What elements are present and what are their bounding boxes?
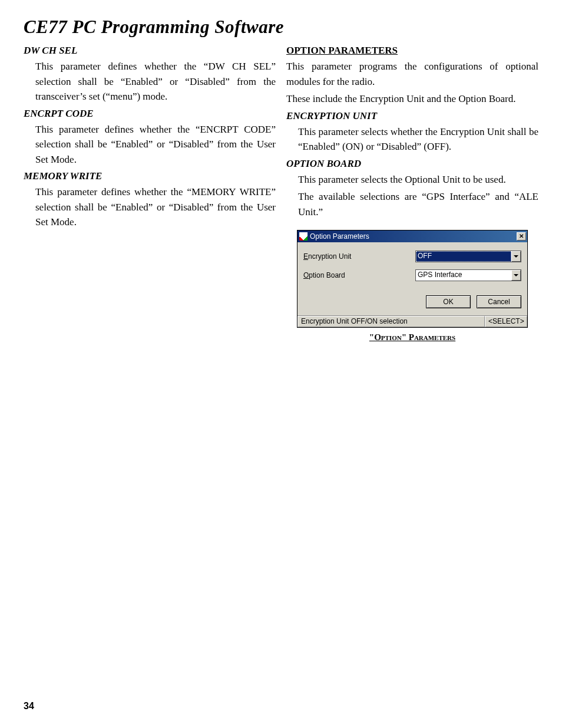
dialog-screenshot: Option Parameters ✕ Encryption Unit OFF … bbox=[297, 230, 528, 342]
figure-caption: "Option" Parameters bbox=[297, 332, 528, 342]
window-icon bbox=[299, 232, 308, 241]
dialog-button-row: OK Cancel bbox=[297, 292, 527, 315]
body-encrpt-code: This parameter defines whether the “ENCR… bbox=[24, 122, 276, 167]
row-option-board: Option Board GPS Interface bbox=[303, 269, 521, 281]
row-encryption-unit: Encryption Unit OFF bbox=[303, 251, 521, 262]
cancel-button[interactable]: Cancel bbox=[477, 295, 521, 308]
ok-button[interactable]: OK bbox=[426, 295, 471, 308]
page-title: CE77 PC Programming Software bbox=[0, 0, 562, 41]
body-option-intro1: This parameter programs the configuratio… bbox=[286, 59, 538, 89]
combo-option-board-value: GPS Interface bbox=[416, 270, 511, 281]
left-column: DW CH SEL This parameter defines whether… bbox=[24, 41, 276, 346]
body-option-intro2: These include the Encryption Unit and th… bbox=[286, 91, 538, 107]
heading-memory-write: MEMORY WRITE bbox=[24, 170, 276, 182]
heading-option-parameters: OPTION PARAMETERS bbox=[286, 45, 538, 57]
dialog-title-text: Option Parameters bbox=[310, 232, 517, 241]
dialog-body: Encryption Unit OFF Option Board GPS Int… bbox=[297, 242, 527, 292]
heading-dw-ch-sel: DW CH SEL bbox=[24, 45, 276, 57]
close-button[interactable]: ✕ bbox=[517, 232, 526, 241]
content-columns: DW CH SEL This parameter defines whether… bbox=[0, 41, 562, 346]
page-number: 34 bbox=[24, 701, 34, 711]
body-option-board-1: This parameter selects the Optional Unit… bbox=[286, 172, 538, 187]
label-option-board: Option Board bbox=[303, 271, 415, 279]
combo-encryption-unit[interactable]: OFF bbox=[415, 251, 521, 262]
option-parameters-dialog: Option Parameters ✕ Encryption Unit OFF … bbox=[297, 230, 528, 328]
body-memory-write: This parameter defines whether the “MEMO… bbox=[24, 185, 276, 230]
chevron-down-icon[interactable] bbox=[511, 270, 521, 281]
status-mode: <SELECT> bbox=[485, 316, 527, 327]
status-text: Encryption Unit OFF/ON selection bbox=[297, 316, 485, 327]
chevron-down-icon[interactable] bbox=[511, 251, 521, 262]
heading-encrpt-code: ENCRPT CODE bbox=[24, 108, 276, 120]
right-column: OPTION PARAMETERS This parameter program… bbox=[286, 41, 538, 346]
body-option-board-2: The available selections are “GPS Interf… bbox=[286, 189, 538, 219]
dialog-titlebar[interactable]: Option Parameters ✕ bbox=[297, 230, 527, 242]
combo-option-board[interactable]: GPS Interface bbox=[415, 269, 521, 281]
body-dw-ch-sel: This parameter defines whether the “DW C… bbox=[24, 59, 276, 104]
combo-encryption-unit-value: OFF bbox=[416, 251, 511, 262]
body-encryption-unit: This parameter selects whether the Encry… bbox=[286, 124, 538, 154]
heading-option-board: OPTION BOARD bbox=[286, 158, 538, 170]
heading-encryption-unit: ENCRYPTION UNIT bbox=[286, 110, 538, 122]
dialog-statusbar: Encryption Unit OFF/ON selection <SELECT… bbox=[297, 315, 527, 327]
label-encryption-unit: Encryption Unit bbox=[303, 252, 415, 261]
